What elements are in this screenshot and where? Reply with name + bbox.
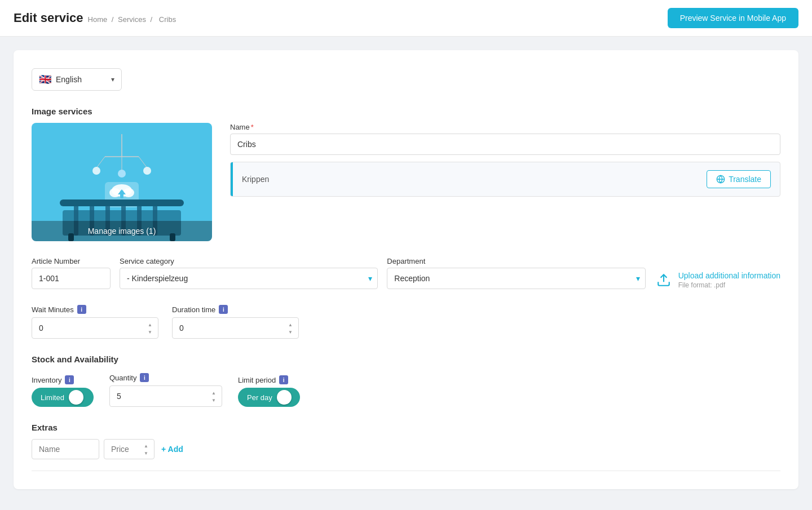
header-left: Edit service Home / Services / Cribs <box>14 11 178 25</box>
service-category-field: Service category - Kinderspielzeug ▾ <box>120 257 378 289</box>
svg-point-5 <box>92 167 100 175</box>
duration-time-input[interactable] <box>172 317 299 339</box>
svg-line-2 <box>96 157 105 168</box>
breadcrumb-current: Cribs <box>159 15 176 24</box>
image-area[interactable]: Manage images (1) <box>32 123 212 241</box>
translate-icon <box>716 175 725 184</box>
language-flag-icon: 🇬🇧 <box>39 73 51 86</box>
quantity-input-wrapper: ▲ ▼ <box>109 385 222 407</box>
chevron-down-icon: ▾ <box>111 76 114 83</box>
language-text: English <box>56 75 107 84</box>
price-decrement[interactable]: ▼ <box>141 450 151 456</box>
translate-button[interactable]: Translate <box>707 170 771 188</box>
duration-time-spinners: ▲ ▼ <box>285 321 295 335</box>
wait-minutes-info-icon[interactable]: i <box>77 305 86 314</box>
wait-minutes-spinners: ▲ ▼ <box>145 321 155 335</box>
limit-period-field: Limit period i Per day <box>238 375 300 407</box>
department-select[interactable]: Reception <box>387 268 645 289</box>
duration-time-info-icon[interactable]: i <box>219 305 228 314</box>
extras-name-input[interactable] <box>32 439 99 459</box>
stock-section-label: Stock and Availability <box>32 354 780 364</box>
inventory-info-icon[interactable]: i <box>65 375 74 384</box>
wait-minutes-decrement[interactable]: ▼ <box>145 329 155 335</box>
page-header: Edit service Home / Services / Cribs Pre… <box>0 0 812 37</box>
svg-rect-21 <box>60 199 184 206</box>
upload-sub: File format: .pdf <box>678 281 780 289</box>
name-field-label: Name* <box>230 123 780 131</box>
department-wrapper: Reception ▾ <box>387 268 645 289</box>
price-increment[interactable]: ▲ <box>141 442 151 449</box>
inventory-toggle[interactable]: Limited <box>32 388 94 407</box>
page-title: Edit service <box>14 11 83 25</box>
quantity-decrement[interactable]: ▼ <box>209 397 219 403</box>
translation-content: Krippen Translate <box>233 162 780 196</box>
stock-row: Inventory i Limited Quantity i <box>32 373 780 407</box>
breadcrumb-services[interactable]: Services <box>118 15 146 24</box>
duration-time-input-wrapper: ▲ ▼ <box>172 317 299 339</box>
required-marker: * <box>251 123 254 131</box>
service-category-label: Service category <box>120 257 378 265</box>
quantity-info-icon[interactable]: i <box>140 373 149 382</box>
duration-time-label: Duration time i <box>172 305 299 314</box>
extras-price-wrapper: ▲ ▼ <box>104 439 155 459</box>
extras-section: Extras ▲ ▼ + Add <box>32 423 780 471</box>
wait-minutes-input-wrapper: ▲ ▼ <box>32 317 158 339</box>
limit-period-toggle-label: Per day <box>247 393 272 402</box>
inventory-label: Inventory i <box>32 375 94 384</box>
image-section-label: Image services <box>32 107 780 116</box>
upload-section: Upload additional information File forma… <box>655 271 780 289</box>
quantity-spinners: ▲ ▼ <box>209 389 219 403</box>
stock-section: Stock and Availability Inventory i Limit… <box>32 354 780 407</box>
extras-divider <box>32 471 780 471</box>
manage-images-overlay[interactable]: Manage images (1) <box>32 221 212 241</box>
quantity-label: Quantity i <box>109 373 222 382</box>
translation-box: Krippen Translate <box>230 162 780 197</box>
breadcrumb-sep2: / <box>151 15 153 24</box>
breadcrumb-sep1: / <box>112 15 114 24</box>
svg-line-4 <box>139 157 147 168</box>
name-form-section: Name* Krippen <box>230 123 780 241</box>
extras-row: ▲ ▼ + Add <box>32 439 780 459</box>
inventory-toggle-label: Limited <box>41 393 64 402</box>
translation-text: Krippen <box>242 175 269 184</box>
price-spinners: ▲ ▼ <box>141 442 151 456</box>
breadcrumb-home[interactable]: Home <box>88 15 108 24</box>
upload-info[interactable]: Upload additional information File forma… <box>655 271 780 289</box>
wait-minutes-label: Wait Minutes i <box>32 305 158 314</box>
toggle-circle <box>69 390 83 405</box>
duration-decrement[interactable]: ▼ <box>285 329 295 335</box>
edit-service-card: 🇬🇧 English ▾ Image services <box>14 50 798 489</box>
service-category-select[interactable]: - Kinderspielzeug <box>120 268 378 289</box>
upload-label: Upload additional information <box>678 271 780 280</box>
svg-point-10 <box>109 188 121 197</box>
add-extras-button[interactable]: + Add <box>159 440 186 458</box>
limit-period-info-icon[interactable]: i <box>279 375 288 384</box>
duration-time-field: Duration time i ▲ ▼ <box>172 305 299 339</box>
department-label: Department <box>387 257 645 265</box>
wait-minutes-input[interactable] <box>32 317 158 339</box>
preview-service-button[interactable]: Preview Service in Mobile App <box>668 8 798 28</box>
department-field: Department Reception ▾ <box>387 257 645 289</box>
limit-period-toggle[interactable]: Per day <box>238 388 300 407</box>
manage-images-text: Manage images (1) <box>88 227 156 236</box>
quantity-field: Quantity i ▲ ▼ <box>109 373 222 407</box>
inventory-field: Inventory i Limited <box>32 375 94 407</box>
svg-point-6 <box>118 170 126 178</box>
fields-row: Article Number Service category - Kinder… <box>32 257 780 289</box>
article-number-field: Article Number <box>32 257 111 289</box>
svg-point-11 <box>123 188 134 197</box>
article-number-input[interactable] <box>32 268 111 289</box>
quantity-increment[interactable]: ▲ <box>209 389 219 396</box>
limit-period-label: Limit period i <box>238 375 300 384</box>
svg-point-7 <box>143 167 151 175</box>
name-input[interactable] <box>230 134 780 155</box>
time-row: Wait Minutes i ▲ ▼ Duration time i <box>32 305 780 339</box>
language-selector[interactable]: 🇬🇧 English ▾ <box>32 68 122 91</box>
main-container: 🇬🇧 English ▾ Image services <box>0 37 812 503</box>
wait-minutes-increment[interactable]: ▲ <box>145 321 155 328</box>
upload-icon <box>655 271 673 289</box>
quantity-input[interactable] <box>109 385 222 407</box>
breadcrumb: Home / Services / Cribs <box>88 15 179 24</box>
duration-increment[interactable]: ▲ <box>285 321 295 328</box>
article-number-label: Article Number <box>32 257 111 265</box>
